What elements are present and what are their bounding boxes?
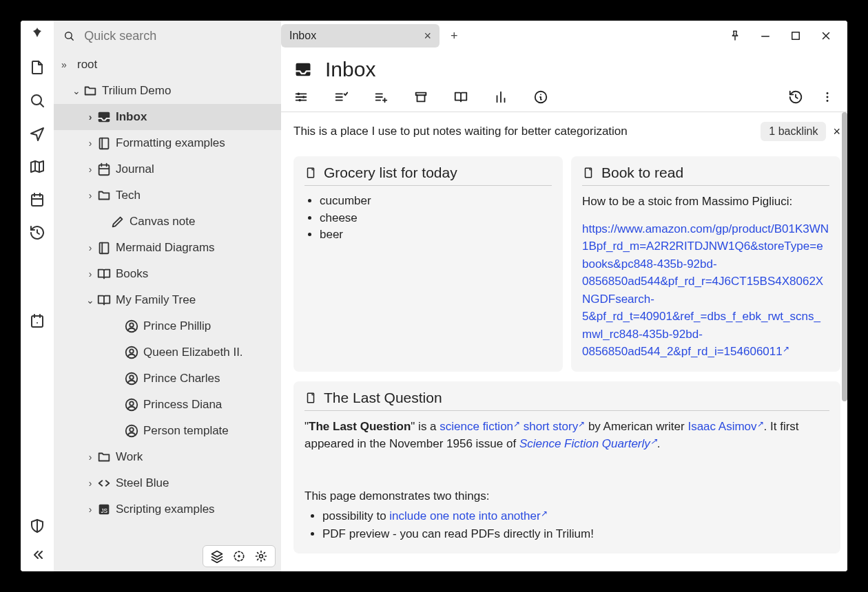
tree-item-tech[interactable]: ›Tech <box>54 182 281 209</box>
link-asimov[interactable]: Isaac Asimov <box>688 420 763 433</box>
person-icon <box>124 345 139 360</box>
new-note-icon[interactable] <box>29 59 45 76</box>
scrollbar[interactable] <box>842 112 847 401</box>
link-short-story[interactable]: short story <box>524 420 585 433</box>
tree-item-canvas-note[interactable]: Canvas note <box>54 209 281 235</box>
ribbon-toolbar <box>281 85 847 112</box>
chevron-icon[interactable]: ⌄ <box>84 295 96 306</box>
chevron-icon[interactable]: › <box>84 268 96 279</box>
chevron-icon[interactable]: › <box>84 478 96 489</box>
svg-rect-2 <box>32 316 43 327</box>
list-item: possibility to include one note into ano… <box>322 507 829 525</box>
card-last-question[interactable]: The Last Question "The Last Question" is… <box>293 381 840 554</box>
tab-bar: Inbox × + <box>281 21 847 48</box>
tree-item-princess-diana[interactable]: Princess Diana <box>54 392 281 418</box>
today-icon[interactable] <box>29 313 45 329</box>
chevron-icon[interactable]: › <box>84 242 96 253</box>
tree-label: Journal <box>116 162 154 176</box>
tree-item-prince-charles[interactable]: Prince Charles <box>54 366 281 392</box>
tab-label: Inbox <box>289 30 316 42</box>
tree-root[interactable]: » root <box>54 52 281 78</box>
layers-icon[interactable] <box>210 549 224 563</box>
minimize-icon[interactable] <box>759 30 772 42</box>
tree-footer <box>54 541 281 571</box>
target-icon[interactable] <box>232 549 246 563</box>
pin-icon[interactable] <box>729 30 741 42</box>
tree-label: Books <box>116 267 148 281</box>
settings-icon[interactable] <box>254 549 268 563</box>
note-title[interactable]: Inbox <box>325 58 375 81</box>
pen-icon <box>110 214 125 229</box>
backlink-badge[interactable]: 1 backlink <box>761 122 826 141</box>
map-icon[interactable] <box>29 158 45 175</box>
tab-inbox[interactable]: Inbox × <box>281 24 440 47</box>
tree-label: Person template <box>143 424 229 438</box>
close-icon[interactable]: × <box>424 29 431 43</box>
app-logo-icon[interactable] <box>29 26 45 43</box>
tree-label: Canvas note <box>130 215 195 229</box>
new-tab-button[interactable]: + <box>451 29 458 43</box>
chevron-icon[interactable]: › <box>84 190 96 201</box>
archive-icon[interactable] <box>413 89 428 105</box>
amazon-link[interactable]: https://www.amazon.com/gp/product/B01K3W… <box>582 222 829 359</box>
tree-item-mermaid-diagrams[interactable]: ›Mermaid Diagrams <box>54 235 281 261</box>
add-list-icon[interactable] <box>373 89 389 105</box>
tree-item-scripting-examples[interactable]: ›JSScripting examples <box>54 496 281 522</box>
tree-item-my-family-tree[interactable]: ⌄My Family Tree <box>54 287 281 313</box>
card-grocery[interactable]: Grocery list for today cucumber cheese b… <box>293 156 563 372</box>
window-close-icon[interactable] <box>820 30 832 42</box>
link-include-note[interactable]: include one note into another <box>389 509 547 522</box>
svg-point-23 <box>260 555 263 558</box>
tree-item-work[interactable]: ›Work <box>54 444 281 470</box>
tree-item-trilium-demo[interactable]: ⌄Trilium Demo <box>54 78 281 104</box>
list-item: PDF preview - you can read PDFs directly… <box>322 525 829 543</box>
calendar-icon[interactable] <box>29 191 45 208</box>
chevron-icon[interactable]: › <box>84 164 96 175</box>
tree-item-formatting-examples[interactable]: ›Formatting examples <box>54 130 281 156</box>
note-icon <box>304 167 317 179</box>
history-icon[interactable] <box>29 224 45 241</box>
link-sfq[interactable]: Science Fiction Quarterly <box>519 437 657 450</box>
tree-label: Prince Phillip <box>143 319 211 333</box>
chevron-icon[interactable]: › <box>84 112 96 123</box>
maximize-icon[interactable] <box>789 30 802 42</box>
book-open-icon[interactable] <box>453 89 468 105</box>
svg-point-34 <box>827 100 829 102</box>
tree-item-books[interactable]: ›Books <box>54 261 281 287</box>
quick-search-input[interactable] <box>84 29 273 43</box>
tree-item-journal[interactable]: ›Journal <box>54 156 281 182</box>
note-icon <box>304 392 317 404</box>
send-icon[interactable] <box>29 125 45 142</box>
note-title-bar: Inbox <box>281 48 847 85</box>
tree-item-prince-phillip[interactable]: Prince Phillip <box>54 313 281 339</box>
chevron-right-icon[interactable]: » <box>58 59 70 70</box>
book-icon <box>96 136 112 151</box>
tree-item-steel-blue[interactable]: ›Steel Blue <box>54 470 281 496</box>
link-science-fiction[interactable]: science fiction <box>440 420 520 433</box>
sliders-icon[interactable] <box>293 89 309 105</box>
info-icon[interactable] <box>533 89 548 105</box>
bookopen-icon <box>96 266 112 282</box>
menu-icon[interactable] <box>820 89 835 105</box>
note-tree[interactable]: » root ⌄Trilium Demo›Inbox›Formatting ex… <box>54 52 281 541</box>
tree-item-inbox[interactable]: ›Inbox <box>54 104 281 130</box>
tree-item-person-template[interactable]: Person template <box>54 418 281 444</box>
chevron-icon[interactable]: › <box>84 138 96 149</box>
card-text: How to be a stoic from Massimo Pigliuci: <box>582 193 829 211</box>
revisions-icon[interactable] <box>788 89 803 105</box>
chart-icon[interactable] <box>493 89 508 105</box>
card-book[interactable]: Book to read How to be a stoic from Mass… <box>571 156 840 372</box>
chevron-icon[interactable]: ⌄ <box>70 85 83 96</box>
svg-point-3 <box>37 322 38 324</box>
tree-item-queen-elizabeth-ii-[interactable]: Queen Elizabeth II. <box>54 339 281 366</box>
note-content[interactable]: This is a place I use to put notes waiti… <box>281 112 847 571</box>
tree-label: My Family Tree <box>116 293 196 307</box>
shield-icon[interactable] <box>29 518 45 534</box>
close-icon[interactable]: × <box>833 125 840 139</box>
chevron-icon[interactable]: › <box>84 504 96 515</box>
chevron-icon[interactable]: › <box>84 452 96 463</box>
collapse-icon[interactable] <box>29 547 45 563</box>
checklist-icon[interactable] <box>333 89 349 105</box>
search-icon[interactable] <box>29 92 45 109</box>
tree-label: Formatting examples <box>116 136 225 150</box>
